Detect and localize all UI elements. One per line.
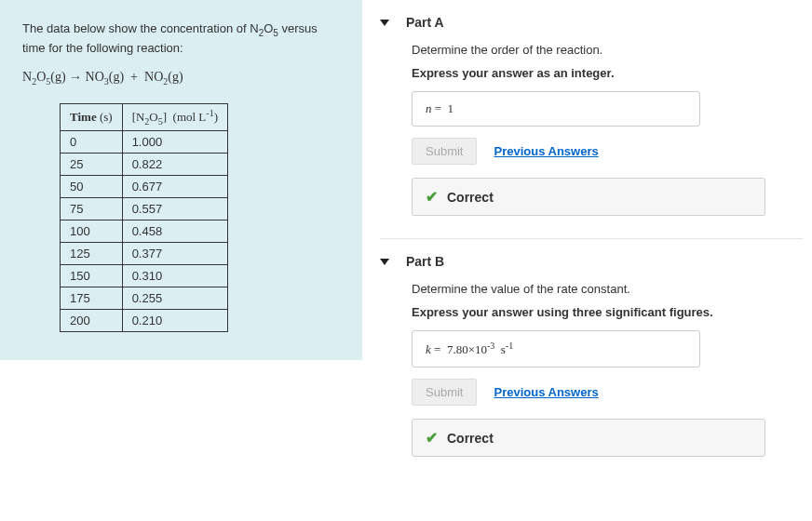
part-b-question: Determine the value of the rate constant… bbox=[412, 282, 803, 296]
answer-equals: = bbox=[434, 342, 440, 356]
table-row: 1750.255 bbox=[61, 287, 228, 309]
table-row: 250.822 bbox=[61, 153, 228, 175]
part-b-body: Determine the value of the rate constant… bbox=[380, 282, 803, 457]
previous-answers-link[interactable]: Previous Answers bbox=[494, 385, 598, 399]
previous-answers-link[interactable]: Previous Answers bbox=[494, 144, 598, 158]
answer-panel: Part A Determine the order of the reacti… bbox=[363, 0, 812, 521]
part-a-header[interactable]: Part A bbox=[380, 15, 803, 30]
part-a-question: Determine the order of the reaction. bbox=[412, 43, 803, 57]
part-a: Part A Determine the order of the reacti… bbox=[380, 15, 803, 216]
answer-exp: -3 bbox=[487, 341, 494, 351]
part-a-title: Part A bbox=[406, 15, 444, 30]
problem-panel: The data below show the concentration of… bbox=[0, 0, 363, 360]
intro-prefix: The data below show the concentration of bbox=[22, 21, 250, 35]
divider bbox=[380, 238, 803, 239]
part-b-hint: Express your answer using three signific… bbox=[412, 305, 803, 319]
answer-value: 1 bbox=[448, 101, 454, 115]
answer-value: 7.80×10 bbox=[447, 342, 487, 356]
table-row: 1000.458 bbox=[61, 220, 228, 242]
part-a-submit-row: Submit Previous Answers bbox=[412, 138, 803, 165]
table-row: 2000.210 bbox=[61, 309, 228, 331]
part-a-feedback: ✔ Correct bbox=[412, 178, 765, 216]
part-a-answer-box[interactable]: n = 1 bbox=[412, 91, 700, 127]
check-icon: ✔ bbox=[426, 429, 438, 447]
part-b-title: Part B bbox=[406, 254, 444, 269]
problem-intro: The data below show the concentration of… bbox=[22, 20, 340, 57]
answer-var: n bbox=[426, 101, 432, 115]
table-body: 01.000 250.822 500.677 750.557 1000.458 … bbox=[61, 130, 228, 331]
table-row: 500.677 bbox=[61, 175, 228, 197]
part-b-header[interactable]: Part B bbox=[380, 254, 803, 269]
submit-button[interactable]: Submit bbox=[412, 138, 477, 165]
part-a-hint: Express your answer as an integer. bbox=[412, 66, 803, 80]
data-table: Time (s) [N2O5] (mol L-1) 01.000 250.822… bbox=[60, 103, 228, 332]
part-b: Part B Determine the value of the rate c… bbox=[380, 254, 803, 457]
submit-button[interactable]: Submit bbox=[412, 379, 477, 406]
part-b-submit-row: Submit Previous Answers bbox=[412, 379, 803, 406]
answer-unit-exp: -1 bbox=[506, 341, 513, 351]
col-conc-header: [N2O5] (mol L-1) bbox=[122, 103, 227, 130]
table-row: 1500.310 bbox=[61, 264, 228, 287]
table-row: 750.557 bbox=[61, 197, 228, 220]
part-b-answer-box[interactable]: k = 7.80×10-3 s-1 bbox=[412, 330, 700, 367]
feedback-text: Correct bbox=[447, 190, 494, 205]
part-a-body: Determine the order of the reaction. Exp… bbox=[380, 43, 803, 216]
reaction-equation: N2O5(g) → NO3(g) + NO2(g) bbox=[22, 70, 340, 87]
table-row: 1250.377 bbox=[61, 242, 228, 264]
collapse-icon bbox=[380, 20, 389, 26]
answer-equals: = bbox=[435, 101, 441, 115]
feedback-text: Correct bbox=[447, 431, 494, 446]
part-b-feedback: ✔ Correct bbox=[412, 419, 765, 457]
col-time-header: Time (s) bbox=[61, 103, 123, 130]
table-header-row: Time (s) [N2O5] (mol L-1) bbox=[61, 103, 228, 130]
table-row: 01.000 bbox=[61, 130, 228, 153]
answer-var: k bbox=[426, 342, 431, 356]
check-icon: ✔ bbox=[426, 188, 438, 206]
collapse-icon bbox=[380, 259, 389, 265]
